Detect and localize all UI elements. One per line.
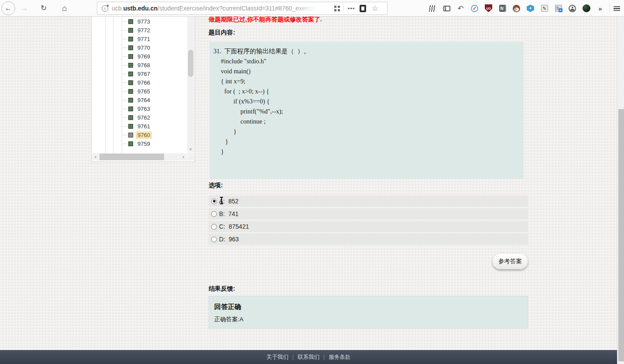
tree-item-9772[interactable]: 9772 — [92, 26, 187, 34]
tree-horizontal-scrollbar[interactable]: ‹ › — [92, 153, 187, 161]
tree-vscroll-thumb[interactable] — [188, 50, 193, 77]
feedback-label: 结果反馈: — [209, 285, 235, 293]
overflow-icon[interactable]: » — [596, 4, 604, 13]
option-row-d[interactable]: D: 963 — [209, 234, 528, 245]
tree-item-9773[interactable]: 9773 — [92, 17, 187, 26]
code-line: 31. 下面程序的输出结果是（ ）。 — [209, 46, 524, 56]
options-label: 选项: — [209, 182, 223, 189]
radio-option-c[interactable] — [211, 224, 217, 230]
check-circle-icon[interactable]: ✓ — [470, 4, 479, 13]
tree-item-9760-selected[interactable]: 9760 — [92, 130, 187, 139]
feedback-result: 回答正确 — [214, 302, 528, 312]
footer-link-terms[interactable]: 服务条款 — [329, 354, 350, 361]
tree-item-9763[interactable]: 9763 — [92, 104, 187, 113]
tree-item-9761[interactable]: 9761 — [92, 122, 187, 130]
question-node-icon — [128, 98, 133, 103]
bookmark-star-icon[interactable]: ☆ — [372, 5, 378, 12]
page-content: 9774 9773 9772 9771 9770 9769 9768 9767 … — [0, 17, 624, 364]
question-node-icon-selected — [128, 133, 133, 137]
question-node-icon — [128, 124, 133, 129]
hexagon-extension-icon[interactable]: ✦ — [526, 4, 535, 13]
home-button[interactable]: ⌂ — [58, 2, 71, 15]
question-content-label: 题目内容: — [209, 29, 235, 37]
code-line: printf("%d",--x); — [209, 106, 524, 117]
code-line: for ( ; x>0; x--) { — [209, 86, 524, 96]
radio-option-b[interactable] — [211, 211, 217, 217]
deadline-warning: 做题期限已过,你不能再答题或修改答案了. — [209, 17, 322, 24]
tree-scrollbar-corner — [187, 153, 194, 161]
qr-code-icon[interactable] — [334, 6, 340, 11]
forward-button[interactable]: → — [18, 2, 31, 15]
radio-option-a[interactable] — [211, 199, 217, 204]
code-line: } — [209, 147, 524, 157]
tree-item-9764[interactable]: 9764 — [92, 96, 187, 104]
page-scrollbar-thumb[interactable] — [618, 109, 624, 361]
hamburger-menu-icon — [614, 6, 620, 11]
tree-item-9759[interactable]: 9759 — [92, 139, 187, 148]
footer-link-about[interactable]: 关于我们 — [267, 354, 288, 361]
tree-item-9765[interactable]: 9765 — [92, 87, 187, 96]
url-text[interactable]: ucb.ustb.edu.cn/studentExercise/index?cu… — [112, 5, 320, 12]
tree-vscroll-down-arrow[interactable]: ˅ — [187, 146, 194, 153]
tree-vertical-scrollbar[interactable]: ˅ — [187, 17, 194, 153]
url-fade — [294, 5, 320, 12]
notepad-extension-icon[interactable]: ✎ — [540, 4, 549, 13]
tree-item-9768[interactable]: 9768 — [92, 61, 187, 69]
firefox-account-icon[interactable] — [568, 4, 576, 13]
page-footer: 关于我们 | 联系我们 | 服务条款 — [0, 350, 617, 364]
question-node-icon — [128, 89, 133, 94]
dark-globe-extension-icon[interactable] — [582, 4, 590, 13]
library-icon[interactable] — [429, 4, 437, 13]
tree-item-9769[interactable]: 9769 — [92, 52, 187, 61]
option-row-a[interactable]: A: 852 — [209, 196, 528, 207]
session-restore-icon[interactable]: ↶ — [456, 4, 465, 13]
tree-hscroll-thumb[interactable] — [99, 154, 164, 160]
code-line: continue ; — [209, 117, 524, 127]
question-node-icon — [128, 106, 133, 111]
site-info-icon[interactable]: i — [102, 5, 108, 12]
question-node-icon — [128, 54, 133, 59]
option-row-c[interactable]: C: 875421 — [209, 221, 528, 232]
question-node-icon — [128, 19, 133, 24]
radio-option-d[interactable] — [211, 237, 217, 242]
code-line: if (x%3==0) { — [209, 96, 524, 106]
feedback-box: 回答正确 正确答案:A — [209, 296, 528, 329]
question-node-icon — [128, 141, 133, 146]
tree-item-9771[interactable]: 9771 — [92, 34, 187, 43]
back-icon: ← — [2, 2, 15, 15]
reload-button[interactable]: ↻ — [37, 2, 50, 15]
tree-item-9770[interactable]: 9770 — [92, 43, 187, 52]
question-tree-panel: 9774 9773 9772 9771 9770 9769 9768 9767 … — [91, 17, 195, 162]
onenote-icon[interactable]: N — [498, 4, 507, 13]
url-bar[interactable]: i ucb.ustb.edu.cn/studentExercise/index?… — [97, 2, 387, 15]
ublock-origin-icon[interactable]: UO — [484, 4, 493, 13]
menu-button[interactable] — [614, 0, 620, 17]
tree-item-9762[interactable]: 9762 — [92, 113, 187, 122]
page-scrollbar[interactable] — [617, 17, 624, 364]
question-node-icon — [128, 80, 133, 85]
toolbar-separator — [610, 3, 610, 13]
save-to-pocket-icon[interactable] — [360, 5, 366, 12]
urlbar-separator — [343, 4, 343, 13]
back-button[interactable]: ← — [1, 1, 15, 15]
code-line: { int x=9; — [209, 76, 524, 86]
footer-link-contact[interactable]: 联系我们 — [298, 354, 319, 361]
text-cursor-pointer — [219, 197, 223, 205]
reference-answer-button[interactable]: 参考答案 — [492, 253, 528, 269]
translator-extension-icon[interactable]: 文 — [554, 4, 562, 13]
option-row-b[interactable]: B: 741 — [209, 208, 528, 220]
sidebars-icon[interactable] — [442, 4, 451, 13]
code-line: } — [209, 127, 524, 137]
page-actions-icon[interactable]: ••• — [348, 5, 355, 12]
avatar-extension-icon[interactable] — [512, 4, 521, 13]
code-line: #include "stdio.h" — [209, 56, 524, 66]
tree-hscroll-right-arrow[interactable]: › — [180, 153, 187, 161]
extension-strip: ↶ ✓ UO N ✦ ✎ 文 » — [429, 0, 604, 17]
code-line: void main() — [209, 66, 524, 76]
question-node-icon — [128, 28, 133, 33]
question-node-icon — [128, 45, 133, 50]
tree-hscroll-left-arrow[interactable]: ‹ — [92, 153, 99, 161]
browser-toolbar: ← → ↻ ⌂ i ucb.ustb.edu.cn/studentExercis… — [0, 0, 624, 17]
tree-item-9766[interactable]: 9766 — [92, 78, 187, 87]
tree-item-9767[interactable]: 9767 — [92, 69, 187, 78]
